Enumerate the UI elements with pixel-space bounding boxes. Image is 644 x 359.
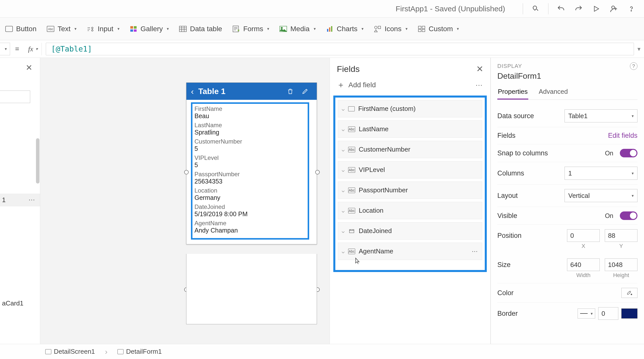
field-list-item[interactable]: ⌵DateJoined xyxy=(338,222,482,240)
chevron-down-icon[interactable]: ⌵ xyxy=(342,228,345,234)
form-field-row[interactable]: AgentNameAndy Champan xyxy=(194,220,306,234)
insert-button[interactable]: Button xyxy=(5,25,36,33)
detail-form-preview[interactable]: ‹ Table 1 FirstNameBeauLastNameSpratling… xyxy=(186,82,317,244)
insert-icons[interactable]: Icons ▾ xyxy=(374,25,408,33)
field-list-item[interactable]: ⌵AbcPassportNumber xyxy=(338,182,482,199)
form-field-row[interactable]: LastNameSpratling xyxy=(194,122,306,136)
field-list-item[interactable]: ⌵FirstName (custom) xyxy=(338,100,482,117)
prop-label-datasource: Data source xyxy=(497,112,565,120)
selection-handle[interactable] xyxy=(184,170,189,174)
border-color-swatch[interactable] xyxy=(621,308,637,319)
chevron-down-icon[interactable]: ⌵ xyxy=(342,167,345,173)
add-field-row[interactable]: ＋ Add field ⋯ xyxy=(330,77,490,96)
form-field-row[interactable]: FirstNameBeau xyxy=(194,105,306,120)
border-style-dropdown[interactable]: ▾ xyxy=(578,308,595,319)
snap-toggle[interactable] xyxy=(620,149,637,157)
field-list-label: VIPLevel xyxy=(359,166,478,174)
insert-datatable[interactable]: Data table xyxy=(179,25,222,33)
chevron-down-icon[interactable]: ⌵ xyxy=(342,147,345,153)
gallery-icon xyxy=(130,25,138,33)
tab-properties[interactable]: Properties xyxy=(497,86,528,100)
chevron-down-icon[interactable]: ⌵ xyxy=(342,126,345,132)
form-field-row[interactable]: VIPLevel5 xyxy=(194,154,306,169)
edit-fields-link[interactable]: Edit fields xyxy=(608,132,637,140)
prop-label-visible: Visible xyxy=(497,212,605,220)
form-field-row[interactable]: PassportNumber25634353 xyxy=(194,171,306,185)
field-list-item[interactable]: ⌵AbcVIPLevel xyxy=(338,161,482,178)
plus-icon: ＋ xyxy=(337,79,345,91)
ribbon-label: Gallery xyxy=(141,25,163,33)
formula-input[interactable]: [@Table1] xyxy=(46,43,634,55)
share-user-icon[interactable] xyxy=(609,4,619,14)
insert-charts[interactable]: Charts ▾ xyxy=(326,25,364,33)
edit-icon[interactable] xyxy=(302,88,309,95)
insert-custom[interactable]: Custom ▾ xyxy=(418,25,459,33)
props-help-icon[interactable]: ? xyxy=(630,62,637,70)
chevron-down-icon[interactable]: ⌵ xyxy=(342,187,345,193)
datasource-dropdown[interactable]: Table1 ▾ xyxy=(565,109,637,122)
insert-media[interactable]: Media ▾ xyxy=(279,25,315,33)
svg-point-14 xyxy=(281,27,283,29)
field-list-item[interactable]: ⌵AbcLocation xyxy=(338,202,482,219)
play-icon[interactable] xyxy=(591,4,601,14)
tree-search-box[interactable] xyxy=(0,91,30,103)
cursor-icon xyxy=(354,257,498,265)
prop-label-layout: Layout xyxy=(497,192,565,200)
field-label: DateJoined xyxy=(194,203,306,210)
border-width-input[interactable]: 0 xyxy=(598,307,618,320)
insert-text[interactable]: Abc Text ▾ xyxy=(47,25,76,33)
close-fields-icon[interactable]: ✕ xyxy=(476,64,483,74)
chevron-down-icon[interactable]: ⌵ xyxy=(342,106,345,112)
tree-item-card[interactable]: aCard1 xyxy=(0,297,40,310)
delete-icon[interactable] xyxy=(287,87,294,95)
redo-icon[interactable] xyxy=(574,4,584,14)
chevron-down-icon[interactable]: ⌵ xyxy=(342,208,345,214)
help-icon[interactable] xyxy=(626,4,636,14)
insert-gallery[interactable]: Gallery ▾ xyxy=(130,25,169,33)
close-tree-icon[interactable]: ✕ xyxy=(26,63,32,72)
svg-rect-24 xyxy=(349,230,354,233)
svg-rect-22 xyxy=(418,29,421,32)
color-picker[interactable] xyxy=(621,288,637,298)
tree-item-label: 1 xyxy=(2,196,6,204)
field-list-item[interactable]: ⌵AbcLastName xyxy=(338,120,482,138)
chevron-down-icon: ▾ xyxy=(267,26,269,31)
form-field-row[interactable]: DateJoined5/19/2019 8:00 PM xyxy=(194,203,306,218)
chevron-down-icon[interactable]: ⌵ xyxy=(342,248,345,254)
undo-icon[interactable] xyxy=(556,4,566,14)
fx-button[interactable]: fx▾ xyxy=(24,43,42,55)
tree-scrollbar[interactable] xyxy=(36,138,39,184)
ribbon-label: Media xyxy=(290,25,309,33)
crumb-form[interactable]: DetailForm1 xyxy=(117,348,162,355)
tab-advanced[interactable]: Advanced xyxy=(538,86,569,100)
form-field-row[interactable]: LocationGermany xyxy=(194,187,306,201)
selection-handle[interactable] xyxy=(315,170,320,174)
field-more-icon[interactable]: ⋯ xyxy=(472,248,478,255)
size-height-input[interactable]: 1048 xyxy=(605,258,637,271)
fields-more-icon[interactable]: ⋯ xyxy=(475,81,483,89)
property-selector[interactable]: ▾ xyxy=(0,43,10,55)
columns-dropdown[interactable]: 1 ▾ xyxy=(565,167,637,180)
insert-input[interactable]: Input ▾ xyxy=(87,25,119,33)
position-x-input[interactable]: 0 xyxy=(567,229,600,242)
prop-label-columns: Columns xyxy=(497,169,565,177)
position-y-input[interactable]: 88 xyxy=(605,229,637,242)
expand-formula-icon[interactable]: ▾ xyxy=(634,46,644,53)
form-field-row[interactable]: CustomerNumber5 xyxy=(194,138,306,152)
back-icon[interactable]: ‹ xyxy=(191,86,194,96)
app-title: FirstApp1 - Saved (Unpublished) xyxy=(396,5,505,13)
formula-text: [@Table1] xyxy=(51,44,92,53)
field-label: CustomerNumber xyxy=(194,138,306,145)
tree-item-more-icon[interactable]: ⋯ xyxy=(28,196,35,204)
tree-item-selected[interactable]: 1 ⋯ xyxy=(0,194,40,206)
insert-forms[interactable]: Forms ▾ xyxy=(232,25,269,33)
health-check-icon[interactable] xyxy=(531,4,541,14)
crumb-screen[interactable]: DetailScreen1 xyxy=(45,348,95,355)
selected-datacard-frame[interactable]: FirstNameBeauLastNameSpratlingCustomerNu… xyxy=(191,102,309,240)
canvas-area[interactable]: ‹ Table 1 FirstNameBeauLastNameSpratling… xyxy=(40,58,330,344)
field-list-item[interactable]: ⌵AbcCustomerNumber xyxy=(338,141,482,158)
forms-icon xyxy=(232,25,240,33)
size-width-input[interactable]: 640 xyxy=(567,258,600,271)
visible-toggle[interactable] xyxy=(620,211,637,220)
layout-dropdown[interactable]: Vertical ▾ xyxy=(565,189,637,202)
